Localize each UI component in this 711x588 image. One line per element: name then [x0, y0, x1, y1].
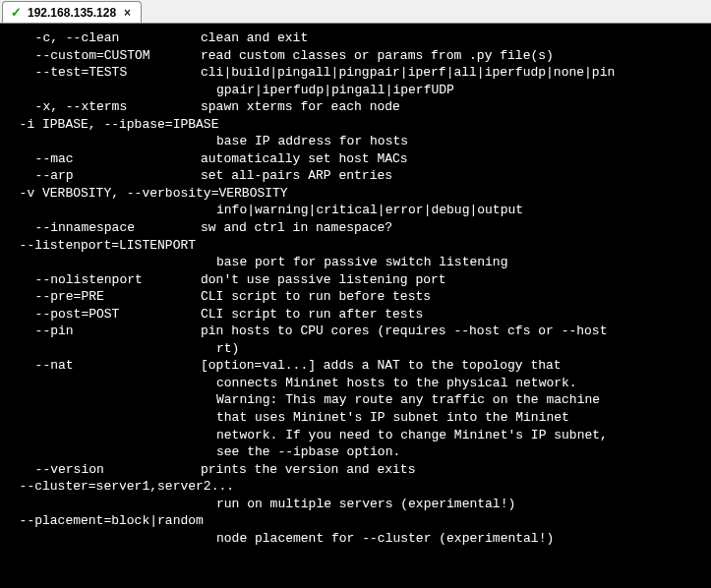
option-description: connects Mininet hosts to the physical n…	[216, 376, 577, 390]
option-flag: --mac	[4, 150, 201, 168]
option-description: sw and ctrl in namespace?	[201, 220, 392, 235]
terminal-line: run on multiple servers (experimental!)	[4, 496, 707, 513]
close-icon[interactable]: ×	[122, 6, 133, 20]
terminal-line: see the --ipbase option.	[4, 443, 707, 461]
option-description: read custom classes or params from .py f…	[201, 48, 554, 63]
option-description: set all-pairs ARP entries	[201, 168, 392, 183]
option-description: that uses Mininet's IP subnet into the M…	[216, 410, 569, 425]
terminal-line: --pre=PRECLI script to run before tests	[4, 288, 707, 306]
terminal-line: that uses Mininet's IP subnet into the M…	[4, 409, 707, 427]
option-description: spawn xterms for each node	[201, 99, 400, 114]
option-description: CLI script to run after tests	[201, 307, 423, 322]
option-flag: --nolistenport	[4, 271, 201, 289]
option-flag: --pre=PRE	[4, 288, 201, 306]
terminal-line: --listenport=LISTENPORT	[4, 237, 707, 255]
terminal-line: connects Mininet hosts to the physical n…	[4, 375, 707, 392]
tab-active[interactable]: ✓ 192.168.135.128 ×	[2, 1, 142, 23]
option-description: pin hosts to CPU cores (requires --host …	[201, 323, 607, 338]
option-description: base IP address for hosts	[216, 134, 408, 148]
option-flag: --test=TESTS	[4, 64, 201, 82]
terminal-line: -i IPBASE, --ipbase=IPBASE	[4, 116, 707, 134]
terminal-line: network. If you need to change Mininet's…	[4, 427, 707, 444]
terminal-line: --arpset all-pairs ARP entries	[4, 167, 707, 185]
terminal-line: -x, --xtermsspawn xterms for each node	[4, 98, 707, 116]
option-description: run on multiple servers (experimental!)	[216, 497, 515, 511]
terminal-line: --custom=CUSTOMread custom classes or pa…	[4, 47, 707, 65]
option-description: gpair|iperfudp|pingall|iperfUDP	[216, 83, 454, 97]
terminal-line: base IP address for hosts	[4, 133, 707, 150]
terminal-line: gpair|iperfudp|pingall|iperfUDP	[4, 82, 707, 99]
tab-title: 192.168.135.128	[28, 6, 116, 20]
terminal-line: rt)	[4, 340, 707, 358]
terminal-line: --versionprints the version and exits	[4, 461, 707, 479]
option-description: Warning: This may route any traffic on t…	[216, 392, 600, 407]
terminal-line: node placement for --cluster (experiment…	[4, 530, 707, 548]
option-flag: -x, --xterms	[4, 98, 201, 116]
terminal-line: --macautomatically set host MACs	[4, 150, 707, 168]
option-flag: --pin	[4, 323, 201, 340]
option-flag: --post=POST	[4, 306, 201, 323]
terminal-line: --nat[option=val...] adds a NAT to the t…	[4, 357, 707, 375]
option-description: network. If you need to change Mininet's…	[216, 428, 608, 442]
option-description: automatically set host MACs	[201, 151, 408, 166]
option-description: rt)	[216, 341, 239, 356]
option-description: cli|build|pingall|pingpair|iperf|all|ipe…	[201, 65, 615, 80]
mouse-cursor-icon: ↖	[0, 74, 10, 93]
option-flag: --nat	[4, 357, 201, 375]
option-description: prints the version and exits	[201, 462, 415, 477]
terminal-line: base port for passive switch listening	[4, 254, 707, 271]
terminal-line: info|warning|critical|error|debug|output	[4, 202, 707, 219]
connected-icon: ✓	[11, 6, 22, 19]
option-flag: --custom=CUSTOM	[4, 47, 201, 65]
option-flag: --arp	[4, 167, 201, 185]
terminal-line: --cluster=server1,server2...	[4, 478, 707, 496]
terminal-line: --innamespacesw and ctrl in namespace?	[4, 219, 707, 237]
option-description: CLI script to run before tests	[201, 289, 431, 304]
option-description: node placement for --cluster (experiment…	[216, 531, 554, 546]
option-flag: -c, --clean	[4, 29, 201, 47]
terminal-line: Warning: This may route any traffic on t…	[4, 391, 707, 409]
option-description: [option=val...] adds a NAT to the topolo…	[201, 358, 562, 373]
option-description: clean and exit	[201, 30, 308, 45]
terminal-line: -v VERBOSITY, --verbosity=VERBOSITY	[4, 185, 707, 203]
option-description: info|warning|critical|error|debug|output	[216, 203, 523, 217]
terminal-line: --pinpin hosts to CPU cores (requires --…	[4, 323, 707, 340]
option-description: base port for passive switch listening	[216, 255, 507, 269]
terminal-output[interactable]: -c, --cleanclean and exit --custom=CUSTO…	[0, 24, 711, 588]
terminal-line: --test=TESTScli|build|pingall|pingpair|i…	[4, 64, 707, 82]
option-description: don't use passive listening port	[201, 272, 446, 287]
terminal-line: -c, --cleanclean and exit	[4, 29, 707, 47]
option-flag: --innamespace	[4, 219, 201, 237]
terminal-line: --post=POSTCLI script to run after tests	[4, 306, 707, 323]
terminal-line: --placement=block|random	[4, 512, 707, 530]
option-description: see the --ipbase option.	[216, 444, 400, 459]
tab-bar: ✓ 192.168.135.128 ×	[0, 0, 711, 24]
option-flag: --version	[4, 461, 201, 479]
terminal-line: --nolistenportdon't use passive listenin…	[4, 271, 707, 289]
